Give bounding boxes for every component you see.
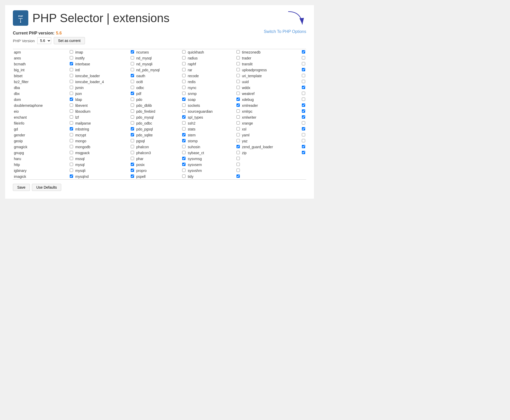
ext-checkbox-yaz[interactable] xyxy=(302,139,305,142)
ext-checkbox-zend_guard_loader[interactable] xyxy=(302,145,305,148)
ext-checkbox-sysvsem[interactable] xyxy=(236,163,240,166)
ext-checkbox-libsodium[interactable] xyxy=(131,109,134,113)
ext-checkbox-xdebug[interactable] xyxy=(302,98,305,101)
ext-checkbox-geoip[interactable] xyxy=(70,139,73,142)
ext-checkbox-pspell[interactable] xyxy=(182,174,186,178)
php-version-select[interactable]: 5.67.07.17.27.37.4 xyxy=(37,37,51,44)
ext-checkbox-trader[interactable] xyxy=(302,56,305,59)
ext-checkbox-mongodb[interactable] xyxy=(131,145,134,148)
ext-checkbox-inotify[interactable] xyxy=(131,56,134,59)
ext-checkbox-sockets[interactable] xyxy=(236,103,240,107)
ext-checkbox-weakref[interactable] xyxy=(302,92,305,95)
ext-checkbox-mcrypt[interactable] xyxy=(131,133,134,136)
ext-checkbox-nd_pdo_mysql[interactable] xyxy=(182,68,186,71)
ext-checkbox-ioncube_loader_4[interactable] xyxy=(131,80,134,83)
ext-checkbox-xmlreader[interactable] xyxy=(302,103,305,107)
ext-checkbox-lzf[interactable] xyxy=(131,115,134,119)
ext-checkbox-oauth[interactable] xyxy=(182,74,186,77)
save-button[interactable]: Save xyxy=(13,184,30,191)
ext-checkbox-dbx[interactable] xyxy=(70,92,73,95)
ext-checkbox-msgpack[interactable] xyxy=(131,151,134,154)
ext-checkbox-pdo_sqlite[interactable] xyxy=(182,133,186,136)
ext-checkbox-oci8[interactable] xyxy=(182,80,186,83)
ext-checkbox-imagick[interactable] xyxy=(70,174,73,178)
ext-checkbox-xmlrpc[interactable] xyxy=(302,109,305,113)
ext-checkbox-xrange[interactable] xyxy=(302,121,305,125)
ext-checkbox-radius[interactable] xyxy=(236,56,240,59)
ext-checkbox-mailparse[interactable] xyxy=(131,121,134,125)
ext-checkbox-igbinary[interactable] xyxy=(70,169,73,172)
ext-checkbox-fileinfo[interactable] xyxy=(70,121,73,125)
ext-checkbox-phar[interactable] xyxy=(182,157,186,160)
ext-checkbox-sourceguardian[interactable] xyxy=(236,109,240,113)
ext-checkbox-sysvshm[interactable] xyxy=(236,169,240,172)
ext-checkbox-doublemetaphone[interactable] xyxy=(70,103,73,107)
ext-checkbox-dba[interactable] xyxy=(70,86,73,89)
ext-checkbox-big_int[interactable] xyxy=(70,68,73,71)
ext-checkbox-mongo[interactable] xyxy=(131,139,134,142)
ext-checkbox-haru[interactable] xyxy=(70,157,73,160)
ext-checkbox-propro[interactable] xyxy=(182,169,186,172)
ext-checkbox-translit[interactable] xyxy=(302,62,305,65)
ext-checkbox-pdo_pgsql[interactable] xyxy=(182,127,186,130)
ext-checkbox-enchant[interactable] xyxy=(70,115,73,119)
ext-checkbox-soap[interactable] xyxy=(236,98,240,101)
use-defaults-button[interactable]: Use Defaults xyxy=(32,184,61,191)
ext-checkbox-bitset[interactable] xyxy=(70,74,73,77)
ext-checkbox-dom[interactable] xyxy=(70,98,73,101)
ext-checkbox-phalcon3[interactable] xyxy=(182,151,186,154)
ext-checkbox-pdo[interactable] xyxy=(182,98,186,101)
ext-checkbox-xmlwriter[interactable] xyxy=(302,115,305,119)
ext-checkbox-eio[interactable] xyxy=(70,109,73,113)
ext-checkbox-apm[interactable] xyxy=(70,50,73,54)
ext-checkbox-rsync[interactable] xyxy=(236,86,240,89)
set-as-current-button[interactable]: Set as current xyxy=(54,37,85,44)
ext-checkbox-wddx[interactable] xyxy=(302,86,305,89)
ext-checkbox-interbase[interactable] xyxy=(131,62,134,65)
ext-checkbox-mssql[interactable] xyxy=(131,157,134,160)
ext-checkbox-uploadprogress[interactable] xyxy=(302,68,305,71)
ext-checkbox-mbstring[interactable] xyxy=(131,127,134,130)
ext-checkbox-stats[interactable] xyxy=(236,127,240,130)
ext-checkbox-pdf[interactable] xyxy=(182,92,186,95)
ext-checkbox-posix[interactable] xyxy=(182,163,186,166)
switch-to-php-options-link[interactable]: Switch To PHP Options xyxy=(264,29,306,34)
ext-checkbox-sybase_ct[interactable] xyxy=(236,151,240,154)
ext-checkbox-pdo_mysql[interactable] xyxy=(182,115,186,119)
ext-checkbox-snmp[interactable] xyxy=(236,92,240,95)
ext-checkbox-rar[interactable] xyxy=(236,68,240,71)
ext-checkbox-stem[interactable] xyxy=(236,133,240,136)
ext-checkbox-nd_mysql[interactable] xyxy=(182,56,186,59)
ext-checkbox-imap[interactable] xyxy=(131,50,134,54)
ext-checkbox-timezonedb[interactable] xyxy=(302,50,305,54)
ext-checkbox-mysqli[interactable] xyxy=(131,169,134,172)
ext-checkbox-ssh2[interactable] xyxy=(236,121,240,125)
ext-checkbox-mysqlnd[interactable] xyxy=(131,174,134,178)
ext-checkbox-gnupg[interactable] xyxy=(70,151,73,154)
ext-checkbox-yaml[interactable] xyxy=(302,133,305,136)
ext-checkbox-ncurses[interactable] xyxy=(182,50,186,54)
ext-checkbox-gd[interactable] xyxy=(70,127,73,130)
ext-checkbox-raphf[interactable] xyxy=(236,62,240,65)
ext-checkbox-libevent[interactable] xyxy=(131,103,134,107)
ext-checkbox-phalcon[interactable] xyxy=(182,145,186,148)
ext-checkbox-http[interactable] xyxy=(70,163,73,166)
ext-checkbox-uuid[interactable] xyxy=(302,80,305,83)
ext-checkbox-gender[interactable] xyxy=(70,133,73,136)
ext-checkbox-ldap[interactable] xyxy=(131,98,134,101)
ext-checkbox-pgsql[interactable] xyxy=(182,139,186,142)
ext-checkbox-xsl[interactable] xyxy=(302,127,305,130)
ext-checkbox-tidy[interactable] xyxy=(236,174,240,178)
ext-checkbox-zip[interactable] xyxy=(302,151,305,154)
ext-checkbox-bcmath[interactable] xyxy=(70,62,73,65)
ext-checkbox-intl[interactable] xyxy=(131,68,134,71)
ext-checkbox-ares[interactable] xyxy=(70,56,73,59)
ext-checkbox-pdo_dblib[interactable] xyxy=(182,103,186,107)
ext-checkbox-pdo_odbc[interactable] xyxy=(182,121,186,125)
ext-checkbox-quickhash[interactable] xyxy=(236,50,240,54)
ext-checkbox-bz2_filter[interactable] xyxy=(70,80,73,83)
ext-checkbox-uri_template[interactable] xyxy=(302,74,305,77)
ext-checkbox-spl_types[interactable] xyxy=(236,115,240,119)
ext-checkbox-ioncube_loader[interactable] xyxy=(131,74,134,77)
ext-checkbox-odbc[interactable] xyxy=(182,86,186,89)
